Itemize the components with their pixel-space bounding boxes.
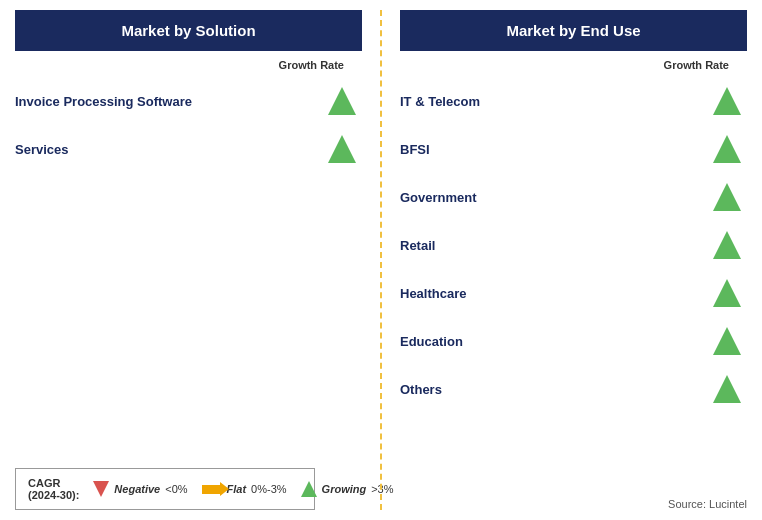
left-list-item: Invoice Processing Software xyxy=(15,77,362,125)
arrow-container xyxy=(322,87,362,115)
arrow-container xyxy=(707,135,747,163)
right-panel: Market by End Use Growth Rate IT & Telec… xyxy=(390,10,747,510)
right-list-item: BFSI xyxy=(400,125,747,173)
up-arrow-icon xyxy=(713,231,741,259)
right-item-label: Government xyxy=(400,190,707,205)
main-container: Market by Solution Growth Rate Invoice P… xyxy=(15,10,747,510)
legend-flat-label: Flat xyxy=(227,483,247,495)
right-item-label: Others xyxy=(400,382,707,397)
legend-flat-range: 0%-3% xyxy=(251,483,286,495)
right-item-label: Healthcare xyxy=(400,286,707,301)
up-arrow-icon xyxy=(328,135,356,163)
arrow-container xyxy=(707,327,747,355)
left-panel-header: Market by Solution xyxy=(15,10,362,51)
right-item-label: IT & Telecom xyxy=(400,94,707,109)
legend-negative-label: Negative xyxy=(114,483,160,495)
bottom-row: CAGR(2024-30): Negative <0% Flat 0%-3% G… xyxy=(15,458,362,510)
right-list-item: Education xyxy=(400,317,747,365)
right-list-item: Retail xyxy=(400,221,747,269)
arrow-container xyxy=(707,279,747,307)
arrow-container xyxy=(707,183,747,211)
legend-growing-label: Growing xyxy=(322,483,367,495)
up-arrow-icon xyxy=(713,183,741,211)
up-arrow-icon xyxy=(713,327,741,355)
panel-divider xyxy=(380,10,382,510)
left-item-label: Services xyxy=(15,142,322,157)
legend-item-negative: Negative <0% xyxy=(93,481,187,497)
legend-negative-range: <0% xyxy=(165,483,187,495)
right-items-area: IT & TelecomBFSIGovernmentRetailHealthca… xyxy=(400,77,747,490)
up-arrow-icon xyxy=(328,87,356,115)
right-list-item: IT & Telecom xyxy=(400,77,747,125)
legend-up-arrow-icon xyxy=(301,481,317,497)
arrow-container xyxy=(707,87,747,115)
arrow-container xyxy=(707,231,747,259)
legend-box: CAGR(2024-30): Negative <0% Flat 0%-3% G… xyxy=(15,468,315,510)
right-item-label: Education xyxy=(400,334,707,349)
up-arrow-icon xyxy=(713,87,741,115)
legend-item-flat: Flat 0%-3% xyxy=(202,483,287,495)
source-text: Source: Lucintel xyxy=(400,490,747,510)
left-items-area: Invoice Processing SoftwareServices xyxy=(15,77,362,452)
left-list-item: Services xyxy=(15,125,362,173)
right-list-item: Others xyxy=(400,365,747,413)
right-panel-header: Market by End Use xyxy=(400,10,747,51)
arrow-container xyxy=(322,135,362,163)
up-arrow-icon xyxy=(713,279,741,307)
up-arrow-icon xyxy=(713,135,741,163)
right-growth-rate-label: Growth Rate xyxy=(400,59,747,71)
up-arrow-icon xyxy=(713,375,741,403)
right-list-item: Healthcare xyxy=(400,269,747,317)
legend-title: CAGR(2024-30): xyxy=(28,477,79,501)
right-item-label: BFSI xyxy=(400,142,707,157)
right-item-label: Retail xyxy=(400,238,707,253)
legend-flat-arrow-icon xyxy=(202,485,222,494)
arrow-container xyxy=(707,375,747,403)
left-panel: Market by Solution Growth Rate Invoice P… xyxy=(15,10,372,510)
right-list-item: Government xyxy=(400,173,747,221)
left-growth-rate-label: Growth Rate xyxy=(15,59,362,71)
legend-down-arrow-icon xyxy=(93,481,109,497)
left-item-label: Invoice Processing Software xyxy=(15,94,322,109)
